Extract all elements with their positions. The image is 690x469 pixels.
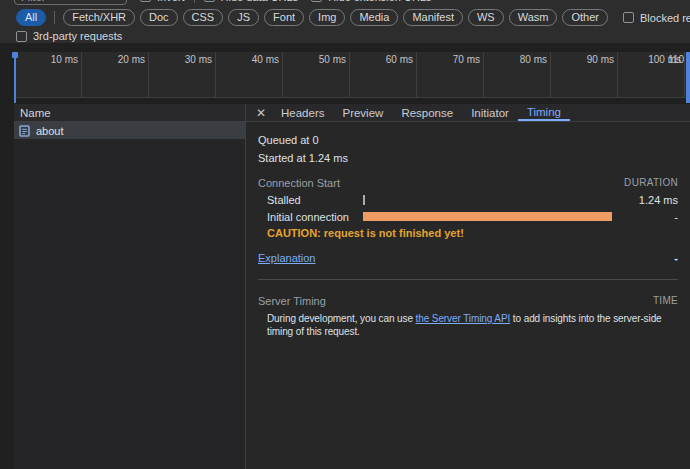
server-timing-description: During development, you can use the Serv… (258, 312, 672, 338)
server-timing-title: Server Timing (258, 295, 326, 307)
detail-tabs: HeadersPreviewResponseInitiatorTiming (272, 104, 570, 121)
filter-chip-font[interactable]: Font (264, 9, 304, 26)
overview-left-handle[interactable] (14, 52, 16, 103)
request-name: about (36, 125, 64, 137)
timing-duration-value: 1.24 ms (612, 194, 678, 206)
ruler-column: 40 ms (216, 52, 283, 97)
tab-preview[interactable]: Preview (333, 104, 392, 121)
started-at-text: Started at 1.24 ms (258, 149, 678, 167)
ruler-tick-label-last: 110 (668, 54, 684, 65)
invert-label: Invert (157, 0, 185, 3)
server-timing-header: Server Timing TIME (258, 292, 678, 309)
timing-phase-label: Stalled (267, 194, 363, 206)
server-timing-api-link[interactable]: the Server Timing API (416, 313, 511, 324)
toolbar-row-chips: AllFetch/XHRDocCSSJSFontImgMediaManifest… (16, 9, 690, 26)
ruler-tick-label: 80 ms (484, 52, 550, 65)
hide-data-urls-label: Hide data URLs (221, 0, 299, 3)
hide-extension-urls-group: Hide extension URLs (311, 0, 431, 3)
request-row[interactable]: about (14, 122, 245, 139)
ruler-column: 30 ms (149, 52, 216, 97)
queued-at-text: Queued at 0 (258, 131, 678, 149)
toolbar-row-third-party: 3rd-party requests (16, 29, 122, 43)
document-icon (19, 125, 31, 137)
name-column-header[interactable]: Name (14, 104, 245, 122)
overview-ruler[interactable]: 10 ms20 ms30 ms40 ms50 ms60 ms70 ms80 ms… (14, 52, 690, 98)
tab-initiator[interactable]: Initiator (462, 104, 518, 121)
chip-divider (54, 11, 55, 24)
time-column-header: TIME (326, 295, 678, 306)
overview-right-handle[interactable] (686, 52, 690, 103)
tab-response[interactable]: Response (392, 104, 462, 121)
filter-input[interactable] (14, 0, 127, 5)
filter-chips: AllFetch/XHRDocCSSJSFontImgMediaManifest… (16, 9, 608, 26)
tab-timing[interactable]: Timing (518, 104, 570, 121)
connection-start-title: Connection Start (258, 177, 340, 189)
filter-chip-css[interactable]: CSS (183, 9, 224, 26)
explanation-link[interactable]: Explanation (258, 252, 316, 264)
ruler-tick-label: 90 ms (551, 52, 617, 65)
ruler-column: 60 ms (350, 52, 417, 97)
devtools-network-panel: Invert Hide data URLs Hide extension URL… (0, 0, 690, 469)
request-details-pane: ✕ HeadersPreviewResponseInitiatorTiming … (245, 104, 690, 469)
network-filter-toolbar: Invert Hide data URLs Hide extension URL… (0, 0, 690, 43)
hide-extension-urls-label: Hide extension URLs (328, 0, 431, 3)
filter-chip-fetch-xhr[interactable]: Fetch/XHR (63, 9, 135, 26)
explanation-row: Explanation - (258, 249, 678, 266)
ruler-column: 50 ms (283, 52, 350, 97)
ruler-tick-label: 30 ms (149, 52, 215, 65)
toolbar-row2-checkboxes: Blocked response cookies Blocked request… (623, 12, 690, 24)
filter-chip-img[interactable]: Img (309, 9, 345, 26)
connection-start-rows: Stalled1.24 msInitial connection- (258, 191, 678, 225)
ruler-column: 90 ms (551, 52, 618, 97)
timing-bar (363, 212, 612, 221)
connection-start-header: Connection Start DURATION (258, 174, 678, 191)
ruler-tick-label: 10 ms (15, 52, 81, 65)
invert-checkbox-group: Invert (140, 0, 185, 3)
third-party-requests-checkbox[interactable] (16, 31, 27, 42)
tab-headers[interactable]: Headers (272, 104, 333, 121)
timing-duration-value: - (612, 211, 678, 223)
hide-data-urls-checkbox[interactable] (204, 0, 215, 2)
timing-row: Initial connection- (258, 208, 678, 225)
explanation-value: - (316, 252, 679, 264)
ruler-column: 20 ms (82, 52, 149, 97)
blocked-response-cookies-group: Blocked response cookies (623, 12, 690, 24)
detail-tabstrip: ✕ HeadersPreviewResponseInitiatorTiming (246, 104, 690, 122)
server-timing-description-text: During development, you can use (267, 313, 416, 324)
timing-tab-content: Queued at 0 Started at 1.24 ms Connectio… (246, 123, 690, 469)
timing-phase-label: Initial connection (267, 211, 363, 223)
hide-data-urls-group: Hide data URLs (204, 0, 299, 3)
request-list-body: about (14, 122, 245, 139)
timing-bar-track (363, 211, 612, 223)
ruler-tick-label: 70 ms (417, 52, 483, 65)
section-divider (258, 279, 678, 280)
filter-chip-all[interactable]: All (16, 9, 46, 26)
filter-chip-js[interactable]: JS (228, 9, 259, 26)
ruler-tick-label: 20 ms (82, 52, 148, 65)
request-list-column: Name about (14, 104, 245, 469)
ruler-column: 10 ms (15, 52, 82, 97)
filter-chip-manifest[interactable]: Manifest (403, 9, 463, 26)
filter-chip-ws[interactable]: WS (468, 9, 504, 26)
hide-extension-urls-checkbox[interactable] (311, 0, 322, 2)
blocked-response-cookies-checkbox[interactable] (623, 12, 634, 23)
ruler-tick-label: 60 ms (350, 52, 416, 65)
third-party-requests-label: 3rd-party requests (33, 30, 122, 42)
invert-checkbox[interactable] (140, 0, 151, 2)
duration-column-header: DURATION (340, 177, 678, 188)
filter-chip-doc[interactable]: Doc (140, 9, 178, 26)
toolbar-divider (194, 0, 195, 3)
close-icon[interactable]: ✕ (250, 104, 272, 121)
blocked-response-cookies-label: Blocked response cookies (640, 12, 690, 24)
ruler-tick-label: 40 ms (216, 52, 282, 65)
filter-chip-other[interactable]: Other (562, 9, 608, 26)
timing-row: Stalled1.24 ms (258, 191, 678, 208)
timing-bar (363, 195, 365, 205)
filter-chip-wasm[interactable]: Wasm (509, 9, 558, 26)
ruler-tick-label: 50 ms (283, 52, 349, 65)
caution-message: CAUTION: request is not finished yet! (258, 225, 678, 242)
timing-bar-track (363, 194, 612, 206)
toolbar-row-filter: Invert Hide data URLs Hide extension URL… (14, 0, 432, 6)
filter-chip-media[interactable]: Media (350, 9, 398, 26)
ruler-column: 70 ms (417, 52, 484, 97)
